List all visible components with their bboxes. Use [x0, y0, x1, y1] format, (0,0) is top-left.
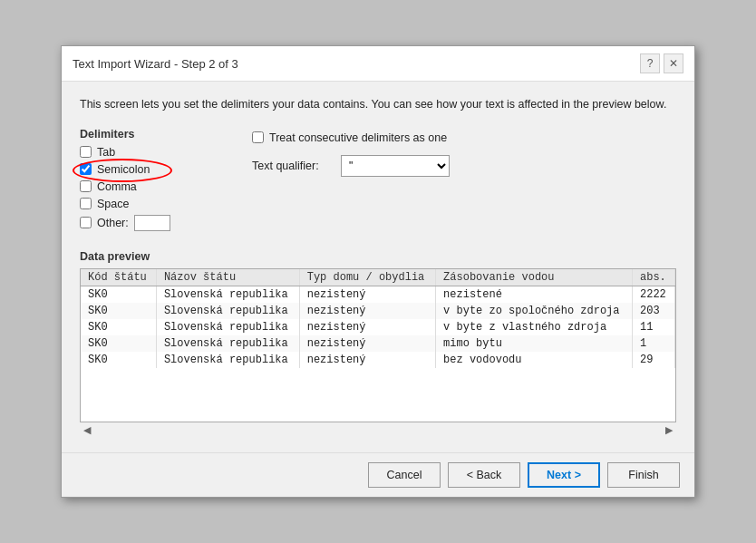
close-button[interactable]: ✕: [664, 53, 683, 73]
comma-label: Comma: [97, 180, 137, 193]
cell-1-3: v byte zo spoločného zdroja: [436, 303, 633, 319]
cell-1-0: SK0: [81, 303, 156, 319]
comma-checkbox[interactable]: [80, 180, 92, 192]
dialog-body: This screen lets you set the delimiters …: [62, 82, 694, 452]
scroll-right-icon: ▶: [665, 424, 673, 436]
consecutive-label: Treat consecutive delimiters as one: [269, 131, 447, 144]
cell-0-2: nezistený: [299, 286, 435, 303]
finish-button[interactable]: Finish: [607, 462, 680, 488]
cell-2-4: 11: [632, 319, 674, 335]
cell-2-3: v byte z vlastného zdroja: [436, 319, 633, 335]
cell-3-3: mimo bytu: [436, 335, 633, 352]
cell-1-1: Slovenská republika: [156, 303, 299, 319]
preview-header-row: Kód štátu Názov štátu Typ domu / obydlia…: [81, 269, 675, 286]
col-header-1: Názov štátu: [156, 269, 299, 286]
comma-checkbox-row[interactable]: Comma: [80, 180, 225, 193]
description-text: This screen lets you set the delimiters …: [80, 96, 676, 113]
data-preview-label: Data preview: [80, 250, 676, 263]
cell-4-0: SK0: [81, 352, 156, 368]
cell-3-4: 1: [632, 335, 674, 352]
other-input[interactable]: [134, 215, 170, 231]
cell-3-2: nezistený: [299, 335, 435, 352]
cell-1-2: nezistený: [299, 303, 435, 319]
cell-0-0: SK0: [81, 286, 156, 303]
table-row: SK0Slovenská republikanezistenýnezistené…: [81, 286, 675, 303]
tab-label: Tab: [97, 146, 115, 159]
other-checkbox[interactable]: [80, 217, 92, 228]
next-button[interactable]: Next >: [528, 462, 600, 488]
table-row: SK0Slovenská republikanezistenýbez vodov…: [81, 352, 675, 368]
data-preview-section: Data preview Kód štátu Názov štátu Typ d…: [80, 250, 676, 438]
space-checkbox[interactable]: [80, 198, 92, 209]
cell-1-4: 203: [632, 303, 674, 319]
cell-0-4: 2222: [632, 286, 674, 303]
col-header-4: abs.: [632, 269, 674, 286]
consecutive-checkbox[interactable]: [252, 131, 264, 143]
back-button[interactable]: < Back: [448, 462, 520, 488]
col-header-2: Typ domu / obydlia: [299, 269, 435, 286]
cell-0-1: Slovenská republika: [156, 286, 299, 303]
cell-4-3: bez vodovodu: [436, 352, 633, 368]
tab-checkbox-row[interactable]: Tab: [80, 146, 225, 159]
table-row: SK0Slovenská republikanezistenýv byte zo…: [81, 303, 675, 319]
consecutive-checkbox-row[interactable]: Treat consecutive delimiters as one: [252, 131, 676, 144]
cell-3-1: Slovenská republika: [156, 335, 299, 352]
scroll-left-icon: ◀: [83, 424, 91, 436]
cell-4-2: nezistený: [299, 352, 435, 368]
qualifier-row: Text qualifier: " ' {none}: [252, 155, 676, 177]
dialog-title: Text Import Wizard - Step 2 of 3: [73, 57, 238, 71]
semicolon-label: Semicolon: [97, 163, 150, 176]
semicolon-checkbox-row[interactable]: Semicolon: [80, 163, 225, 176]
col-header-0: Kód štátu: [81, 269, 156, 286]
main-section: Delimiters Tab Semicolon Comma Space: [80, 128, 676, 236]
cell-3-0: SK0: [81, 335, 156, 352]
cell-4-1: Slovenská republika: [156, 352, 299, 368]
cell-2-2: nezistený: [299, 319, 435, 335]
cell-2-0: SK0: [81, 319, 156, 335]
title-bar-left: Text Import Wizard - Step 2 of 3: [73, 57, 238, 71]
preview-table: Kód štátu Názov štátu Typ domu / obydlia…: [81, 269, 675, 368]
delimiters-label: Delimiters: [80, 128, 225, 141]
tab-checkbox[interactable]: [80, 146, 92, 158]
qualifier-select[interactable]: " ' {none}: [341, 155, 450, 177]
title-bar: Text Import Wizard - Step 2 of 3 ? ✕: [62, 46, 694, 82]
scroll-arrows: ◀ ▶: [80, 422, 676, 438]
other-label: Other:: [97, 217, 129, 229]
table-row: SK0Slovenská republikanezistenýmimo bytu…: [81, 335, 675, 352]
qualifier-label: Text qualifier:: [252, 160, 334, 172]
delimiters-group: Delimiters Tab Semicolon Comma Space: [80, 128, 225, 236]
help-button[interactable]: ?: [640, 53, 660, 73]
text-import-wizard-dialog: Text Import Wizard - Step 2 of 3 ? ✕ Thi…: [61, 45, 695, 498]
space-checkbox-row[interactable]: Space: [80, 198, 225, 210]
options-group: Treat consecutive delimiters as one Text…: [252, 128, 676, 236]
other-checkbox-row[interactable]: Other:: [80, 215, 225, 231]
cell-4-4: 29: [632, 352, 674, 368]
table-row: SK0Slovenská republikanezistenýv byte z …: [81, 319, 675, 335]
title-bar-actions: ? ✕: [640, 53, 683, 73]
col-header-3: Zásobovanie vodou: [436, 269, 633, 286]
cell-0-3: nezistené: [436, 286, 633, 303]
preview-table-wrapper[interactable]: Kód štátu Názov štátu Typ domu / obydlia…: [80, 268, 676, 422]
cell-2-1: Slovenská republika: [156, 319, 299, 335]
space-label: Space: [97, 198, 129, 210]
cancel-button[interactable]: Cancel: [368, 462, 441, 488]
semicolon-checkbox[interactable]: [80, 163, 92, 175]
dialog-footer: Cancel < Back Next > Finish: [62, 452, 694, 497]
